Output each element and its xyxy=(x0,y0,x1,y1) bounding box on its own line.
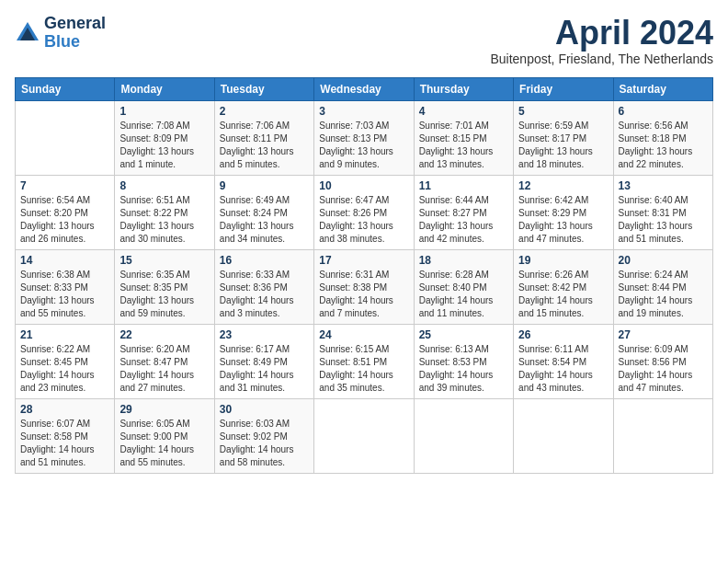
calendar-cell: 10Sunrise: 6:47 AM Sunset: 8:26 PM Dayli… xyxy=(314,175,414,249)
day-info: Sunrise: 6:13 AM Sunset: 8:53 PM Dayligh… xyxy=(419,343,508,395)
day-number: 25 xyxy=(419,328,508,341)
calendar-week-row: 1Sunrise: 7:08 AM Sunset: 8:09 PM Daylig… xyxy=(16,100,713,175)
day-info: Sunrise: 6:22 AM Sunset: 8:45 PM Dayligh… xyxy=(20,343,109,395)
calendar-cell xyxy=(514,398,613,473)
day-info: Sunrise: 6:24 AM Sunset: 8:44 PM Dayligh… xyxy=(619,269,708,320)
day-info: Sunrise: 6:49 AM Sunset: 8:24 PM Dayligh… xyxy=(220,194,309,246)
weekday-header-cell: Tuesday xyxy=(214,77,313,100)
day-info: Sunrise: 6:47 AM Sunset: 8:26 PM Dayligh… xyxy=(319,194,408,246)
day-info: Sunrise: 6:54 AM Sunset: 8:20 PM Dayligh… xyxy=(20,194,109,246)
day-info: Sunrise: 7:01 AM Sunset: 8:15 PM Dayligh… xyxy=(419,120,508,171)
title-block: April 2024 Buitenpost, Friesland, The Ne… xyxy=(490,15,713,66)
calendar-week-row: 28Sunrise: 6:07 AM Sunset: 8:58 PM Dayli… xyxy=(16,398,713,473)
calendar-body: 1Sunrise: 7:08 AM Sunset: 8:09 PM Daylig… xyxy=(16,100,713,473)
day-info: Sunrise: 7:06 AM Sunset: 8:11 PM Dayligh… xyxy=(220,120,309,171)
calendar-cell: 15Sunrise: 6:35 AM Sunset: 8:35 PM Dayli… xyxy=(115,249,214,324)
day-number: 17 xyxy=(319,254,408,267)
weekday-header-cell: Monday xyxy=(115,77,214,100)
page-header: General Blue April 2024 Buitenpost, Frie… xyxy=(15,15,713,66)
day-info: Sunrise: 7:08 AM Sunset: 8:09 PM Dayligh… xyxy=(119,120,209,171)
day-number: 7 xyxy=(20,179,109,192)
day-number: 16 xyxy=(220,254,309,267)
day-number: 2 xyxy=(220,105,309,118)
day-info: Sunrise: 6:20 AM Sunset: 8:47 PM Dayligh… xyxy=(119,343,209,395)
day-info: Sunrise: 6:35 AM Sunset: 8:35 PM Dayligh… xyxy=(119,269,209,320)
calendar-cell: 20Sunrise: 6:24 AM Sunset: 8:44 PM Dayli… xyxy=(613,249,712,324)
calendar-cell: 6Sunrise: 6:56 AM Sunset: 8:18 PM Daylig… xyxy=(613,100,712,175)
calendar-cell: 3Sunrise: 7:03 AM Sunset: 8:13 PM Daylig… xyxy=(314,100,414,175)
weekday-header-cell: Saturday xyxy=(613,77,712,100)
day-number: 6 xyxy=(619,105,708,118)
day-info: Sunrise: 7:03 AM Sunset: 8:13 PM Dayligh… xyxy=(319,120,408,171)
calendar-cell: 28Sunrise: 6:07 AM Sunset: 8:58 PM Dayli… xyxy=(16,398,115,473)
logo-blue-text: Blue xyxy=(44,33,106,52)
day-number: 1 xyxy=(119,105,209,118)
day-number: 14 xyxy=(20,254,109,267)
weekday-header-cell: Sunday xyxy=(16,77,115,100)
day-number: 21 xyxy=(20,328,109,341)
calendar-cell: 13Sunrise: 6:40 AM Sunset: 8:31 PM Dayli… xyxy=(613,175,712,249)
calendar-week-row: 21Sunrise: 6:22 AM Sunset: 8:45 PM Dayli… xyxy=(16,324,713,398)
calendar-cell: 12Sunrise: 6:42 AM Sunset: 8:29 PM Dayli… xyxy=(514,175,613,249)
calendar-cell: 26Sunrise: 6:11 AM Sunset: 8:54 PM Dayli… xyxy=(514,324,613,398)
day-number: 12 xyxy=(518,179,608,192)
logo: General Blue xyxy=(15,15,106,52)
day-number: 5 xyxy=(518,105,608,118)
weekday-header-cell: Friday xyxy=(514,77,613,100)
calendar-cell: 25Sunrise: 6:13 AM Sunset: 8:53 PM Dayli… xyxy=(414,324,513,398)
day-info: Sunrise: 6:15 AM Sunset: 8:51 PM Dayligh… xyxy=(319,343,408,395)
logo-icon xyxy=(15,20,40,46)
calendar-cell: 4Sunrise: 7:01 AM Sunset: 8:15 PM Daylig… xyxy=(414,100,513,175)
day-info: Sunrise: 6:11 AM Sunset: 8:54 PM Dayligh… xyxy=(518,343,608,395)
day-info: Sunrise: 6:31 AM Sunset: 8:38 PM Dayligh… xyxy=(319,269,408,320)
day-info: Sunrise: 6:40 AM Sunset: 8:31 PM Dayligh… xyxy=(619,194,708,246)
day-info: Sunrise: 6:38 AM Sunset: 8:33 PM Dayligh… xyxy=(20,269,109,320)
calendar-cell: 16Sunrise: 6:33 AM Sunset: 8:36 PM Dayli… xyxy=(214,249,313,324)
day-info: Sunrise: 6:26 AM Sunset: 8:42 PM Dayligh… xyxy=(518,269,608,320)
day-info: Sunrise: 6:33 AM Sunset: 8:36 PM Dayligh… xyxy=(220,269,309,320)
day-info: Sunrise: 6:07 AM Sunset: 8:58 PM Dayligh… xyxy=(20,418,109,469)
day-number: 22 xyxy=(119,328,209,341)
calendar-cell: 8Sunrise: 6:51 AM Sunset: 8:22 PM Daylig… xyxy=(115,175,214,249)
day-info: Sunrise: 6:09 AM Sunset: 8:56 PM Dayligh… xyxy=(619,343,708,395)
day-number: 8 xyxy=(119,179,209,192)
day-info: Sunrise: 6:56 AM Sunset: 8:18 PM Dayligh… xyxy=(619,120,708,171)
day-number: 20 xyxy=(619,254,708,267)
location-title: Buitenpost, Friesland, The Netherlands xyxy=(490,52,713,66)
day-info: Sunrise: 6:59 AM Sunset: 8:17 PM Dayligh… xyxy=(518,120,608,171)
calendar-cell: 22Sunrise: 6:20 AM Sunset: 8:47 PM Dayli… xyxy=(115,324,214,398)
day-info: Sunrise: 6:05 AM Sunset: 9:00 PM Dayligh… xyxy=(119,418,209,469)
day-info: Sunrise: 6:44 AM Sunset: 8:27 PM Dayligh… xyxy=(419,194,508,246)
day-info: Sunrise: 6:28 AM Sunset: 8:40 PM Dayligh… xyxy=(419,269,508,320)
calendar-cell: 24Sunrise: 6:15 AM Sunset: 8:51 PM Dayli… xyxy=(314,324,414,398)
day-number: 30 xyxy=(220,403,309,416)
calendar-week-row: 14Sunrise: 6:38 AM Sunset: 8:33 PM Dayli… xyxy=(16,249,713,324)
day-number: 15 xyxy=(119,254,209,267)
calendar-cell: 18Sunrise: 6:28 AM Sunset: 8:40 PM Dayli… xyxy=(414,249,513,324)
calendar-cell: 9Sunrise: 6:49 AM Sunset: 8:24 PM Daylig… xyxy=(214,175,313,249)
calendar-cell: 30Sunrise: 6:03 AM Sunset: 9:02 PM Dayli… xyxy=(214,398,313,473)
day-number: 13 xyxy=(619,179,708,192)
day-number: 3 xyxy=(319,105,408,118)
day-number: 27 xyxy=(619,328,708,341)
day-number: 29 xyxy=(119,403,209,416)
calendar-cell xyxy=(414,398,513,473)
calendar-cell: 27Sunrise: 6:09 AM Sunset: 8:56 PM Dayli… xyxy=(613,324,712,398)
logo-general-text: General xyxy=(44,15,106,33)
weekday-header-row: SundayMondayTuesdayWednesdayThursdayFrid… xyxy=(16,77,713,100)
day-number: 26 xyxy=(518,328,608,341)
calendar-cell: 2Sunrise: 7:06 AM Sunset: 8:11 PM Daylig… xyxy=(214,100,313,175)
day-number: 4 xyxy=(419,105,508,118)
calendar-cell xyxy=(16,100,115,175)
calendar-table: SundayMondayTuesdayWednesdayThursdayFrid… xyxy=(15,77,713,474)
day-info: Sunrise: 6:03 AM Sunset: 9:02 PM Dayligh… xyxy=(220,418,309,469)
calendar-cell: 7Sunrise: 6:54 AM Sunset: 8:20 PM Daylig… xyxy=(16,175,115,249)
day-number: 24 xyxy=(319,328,408,341)
calendar-cell: 19Sunrise: 6:26 AM Sunset: 8:42 PM Dayli… xyxy=(514,249,613,324)
calendar-cell: 5Sunrise: 6:59 AM Sunset: 8:17 PM Daylig… xyxy=(514,100,613,175)
day-info: Sunrise: 6:42 AM Sunset: 8:29 PM Dayligh… xyxy=(518,194,608,246)
day-info: Sunrise: 6:17 AM Sunset: 8:49 PM Dayligh… xyxy=(220,343,309,395)
weekday-header-cell: Thursday xyxy=(414,77,513,100)
calendar-cell: 23Sunrise: 6:17 AM Sunset: 8:49 PM Dayli… xyxy=(214,324,313,398)
calendar-cell: 17Sunrise: 6:31 AM Sunset: 8:38 PM Dayli… xyxy=(314,249,414,324)
